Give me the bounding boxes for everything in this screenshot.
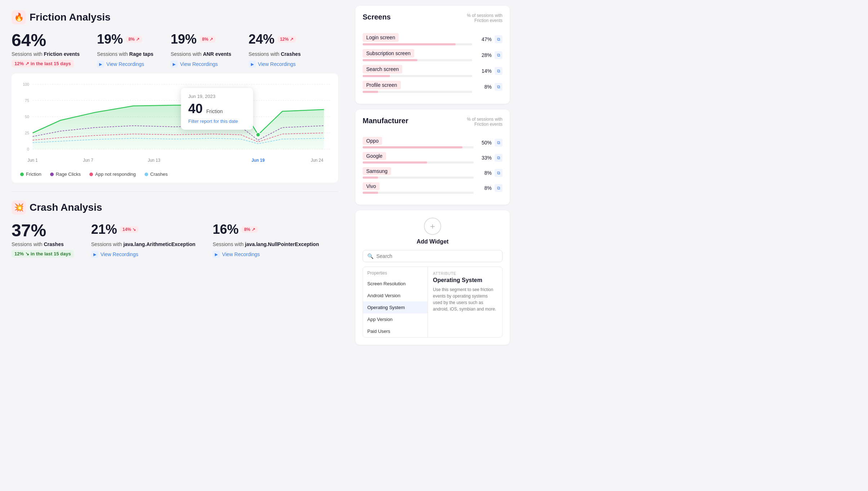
- rec-icon-crashes: ▶: [249, 61, 256, 68]
- rage-taps-header: 19% 8% ↗: [97, 32, 153, 47]
- tooltip-value-row: 40 Friction: [188, 101, 246, 116]
- svg-text:Jun 13: Jun 13: [148, 158, 160, 162]
- screen-name-profile: Profile screen: [363, 81, 401, 89]
- manufacturer-widget: Manufacturer % of sessions withFriction …: [355, 110, 510, 205]
- svg-text:Jun 1: Jun 1: [27, 158, 37, 162]
- legend-dot-friction: [20, 173, 24, 176]
- view-recordings-arithmetic-link[interactable]: ▶ View Recordings: [91, 251, 195, 258]
- svg-text:Jun 7: Jun 7: [83, 158, 93, 162]
- screen-pct-subscription: 28%: [478, 52, 492, 58]
- friction-main-stat: 64% Sessions with Friction events 12% ↗ …: [12, 32, 80, 67]
- manufacturer-header: Manufacturer % of sessions withFriction …: [363, 117, 502, 132]
- mfr-pct-google: 33%: [478, 155, 492, 161]
- mfr-bar-samsung: [363, 177, 378, 179]
- mfr-bar-vivo: [363, 192, 378, 194]
- sidebar: Screens % of sessions withFriction event…: [350, 0, 515, 491]
- attribute-label: Attribute: [433, 271, 497, 276]
- chart-tooltip: Jun 19, 2023 40 Friction Filter report f…: [181, 88, 253, 130]
- friction-icon: 🔥: [12, 10, 26, 24]
- arithmetic-badge: 14% ↘: [120, 226, 138, 233]
- chart-svg: 100 75 50 25 0: [19, 81, 331, 167]
- anr-badge: 8% ↗: [200, 36, 216, 43]
- arithmetic-percent: 21%: [91, 222, 117, 237]
- mfr-row-samsung: Samsung 8% ⧉: [363, 167, 502, 179]
- mfr-copy-oppo[interactable]: ⧉: [495, 139, 502, 147]
- properties-panel: Properties Screen Resolution Android Ver…: [363, 267, 428, 337]
- screens-widget: Screens % of sessions withFriction event…: [355, 6, 510, 104]
- mfr-bar-google: [363, 161, 427, 164]
- tooltip-value: 40: [188, 101, 203, 116]
- add-widget-icon[interactable]: ＋: [424, 218, 441, 235]
- screen-bar-search: [363, 75, 390, 77]
- mfr-pct-oppo: 50%: [478, 140, 492, 146]
- mfr-copy-google[interactable]: ⧉: [495, 154, 502, 162]
- legend-dot-anr: [89, 173, 93, 176]
- prop-screen-resolution[interactable]: Screen Resolution: [363, 278, 428, 290]
- crash-stats-row: 37% Sessions with Crashes 12% ↘ in the l…: [12, 222, 338, 258]
- mfr-name-vivo: Vivo: [363, 182, 380, 190]
- legend-crashes: Crashes: [145, 171, 168, 177]
- mfr-row-oppo: Oppo 50% ⧉: [363, 137, 502, 148]
- manufacturer-subtitle: % of sessions withFriction events: [467, 117, 502, 127]
- mfr-copy-vivo[interactable]: ⧉: [495, 184, 502, 192]
- prop-paid-users[interactable]: Paid Users: [363, 325, 428, 337]
- anr-percent: 19%: [170, 32, 196, 47]
- svg-text:100: 100: [23, 82, 29, 86]
- add-widget-label: Add Widget: [363, 238, 502, 245]
- add-widget-search-input[interactable]: [376, 253, 498, 259]
- tooltip-filter-link[interactable]: Filter report for this date: [188, 119, 246, 124]
- friction-chart: Jun 19, 2023 40 Friction Filter report f…: [19, 81, 331, 167]
- rage-taps-stat: 19% 8% ↗ Sessions with Rage taps ▶ View …: [97, 32, 153, 68]
- view-recordings-crashes-link[interactable]: ▶ View Recordings: [249, 61, 301, 68]
- screen-pct-profile: 8%: [478, 84, 492, 90]
- mfr-bar-oppo: [363, 146, 462, 148]
- prop-operating-system[interactable]: Operating System: [363, 302, 428, 313]
- crashes-badge: 12% ↗: [278, 36, 296, 43]
- crash-main-bold: Crashes: [44, 241, 63, 247]
- screen-pct-login: 47%: [478, 36, 492, 42]
- friction-main-badge: 12% ↗ in the last 15 days: [12, 60, 74, 67]
- crash-section-header: 💥 Crash Analysis: [12, 200, 338, 215]
- arithmetic-stat: 21% 14% ↘ Sessions with java.lang.Arithm…: [91, 222, 195, 258]
- view-recordings-anr-link[interactable]: ▶ View Recordings: [170, 61, 231, 68]
- rec-icon-rage: ▶: [97, 61, 104, 68]
- mfr-row-google: Google 33% ⧉: [363, 152, 502, 164]
- crash-icon: 💥: [12, 200, 26, 215]
- view-recordings-nullpointer-link[interactable]: ▶ View Recordings: [213, 251, 319, 258]
- crash-main-badge: 12% ↘ in the last 15 days: [12, 250, 74, 258]
- svg-point-10: [256, 133, 260, 137]
- arithmetic-header: 21% 14% ↘: [91, 222, 195, 237]
- mfr-name-samsung: Samsung: [363, 167, 391, 175]
- friction-chart-container: Jun 19, 2023 40 Friction Filter report f…: [12, 73, 338, 183]
- section-divider: [12, 191, 338, 192]
- screen-name-login: Login screen: [363, 33, 399, 42]
- legend-dot-crashes: [145, 173, 148, 176]
- prop-app-version[interactable]: App Version: [363, 313, 428, 325]
- crashes-percent: 24%: [249, 32, 275, 47]
- anr-events-stat: 19% 8% ↗ Sessions with ANR events ▶ View…: [170, 32, 231, 68]
- add-widget-card: ＋ Add Widget 🔍 Properties Screen Resolut…: [355, 210, 510, 345]
- crash-main-label: Sessions with Crashes: [12, 241, 74, 247]
- attribute-description: Use this segment to see friction events …: [433, 286, 497, 312]
- anr-header: 19% 8% ↗: [170, 32, 231, 47]
- prop-android-version[interactable]: Android Version: [363, 290, 428, 302]
- rec-icon-arithmetic: ▶: [91, 251, 98, 258]
- screens-title: Screens: [363, 13, 391, 21]
- nullpointer-label: Sessions with java.lang.NullPointerExcep…: [213, 241, 319, 247]
- chart-legend: Friction Rage Clicks App not responding …: [19, 171, 331, 177]
- screen-copy-search[interactable]: ⧉: [495, 67, 502, 75]
- crash-title: Crash Analysis: [30, 202, 102, 213]
- screen-copy-login[interactable]: ⧉: [495, 35, 502, 43]
- friction-title: Friction Analysis: [30, 12, 111, 23]
- screen-copy-subscription[interactable]: ⧉: [495, 51, 502, 59]
- attribute-title: Operating System: [433, 277, 497, 284]
- rage-taps-label: Sessions with Rage taps: [97, 51, 153, 57]
- rec-icon-anr: ▶: [170, 61, 178, 68]
- friction-main-label-bold: Friction events: [44, 51, 80, 57]
- screen-copy-profile[interactable]: ⧉: [495, 83, 502, 91]
- add-widget-search-box: 🔍: [363, 250, 502, 262]
- screen-row-profile: Profile screen 8% ⧉: [363, 81, 502, 93]
- crashes-stat: 24% 12% ↗ Sessions with Crashes ▶ View R…: [249, 32, 301, 68]
- mfr-copy-samsung[interactable]: ⧉: [495, 169, 502, 177]
- view-recordings-rage-link[interactable]: ▶ View Recordings: [97, 61, 153, 68]
